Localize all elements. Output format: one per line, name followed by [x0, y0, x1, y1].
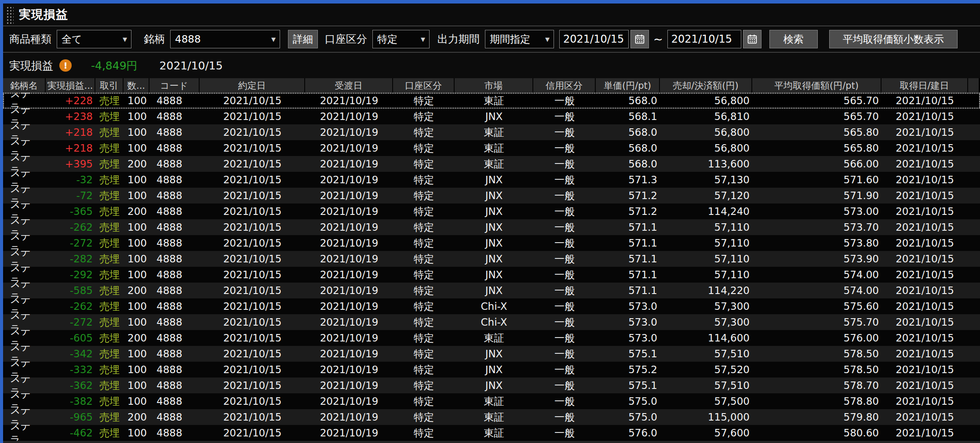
- calendar-icon: [747, 34, 758, 44]
- output-period-select[interactable]: 期間指定 ▼: [485, 30, 554, 48]
- table-row[interactable]: ステラ...-382売埋10048882021/10/152021/10/19特…: [3, 393, 980, 409]
- cell-trade: 売埋: [95, 251, 124, 267]
- date-from-input[interactable]: [559, 30, 629, 48]
- cell-extra: [968, 93, 980, 109]
- cell-amount: 57,110: [660, 235, 752, 251]
- column-header-pl[interactable]: 実現損益...: [46, 78, 95, 93]
- column-header-extra[interactable]: [968, 78, 980, 93]
- cell-amount: 115,000: [660, 409, 752, 425]
- cell-settle_date: 2021/10/19: [305, 93, 393, 109]
- cell-trade: 売埋: [95, 219, 124, 235]
- cell-pl: -362: [46, 378, 95, 393]
- column-header-settle_date[interactable]: 受渡日: [305, 78, 393, 93]
- column-header-market[interactable]: 市場: [455, 78, 533, 93]
- cell-qty: 200: [124, 156, 149, 172]
- cell-price: 571.2: [596, 188, 660, 203]
- cell-qty: 100: [124, 219, 149, 235]
- cell-market: JNX: [455, 251, 533, 267]
- date-from-calendar-button[interactable]: [630, 30, 649, 48]
- cell-code: 4888: [149, 235, 200, 251]
- table-row[interactable]: ステラ...-292売埋10048882021/10/152021/10/19特…: [3, 267, 980, 283]
- table-row[interactable]: ステラ...-605売埋20048882021/10/152021/10/19特…: [3, 330, 980, 346]
- table-row[interactable]: ステラ...-342売埋10048882021/10/152021/10/19特…: [3, 346, 980, 362]
- chevron-down-icon: ▼: [545, 36, 550, 43]
- table-row[interactable]: ステラ...-365売埋20048882021/10/152021/10/19特…: [3, 203, 980, 219]
- cell-account: 特定: [393, 362, 455, 378]
- cell-code: 4888: [149, 109, 200, 124]
- cell-account: 特定: [393, 124, 455, 140]
- cell-qty: 100: [124, 298, 149, 314]
- table-row[interactable]: ステラ...-272売埋10048882021/10/152021/10/19特…: [3, 314, 980, 330]
- cell-amount: 57,510: [660, 346, 752, 362]
- table-row[interactable]: ステラ...+238売埋10048882021/10/152021/10/19特…: [3, 109, 980, 124]
- symbol-value: 4888: [175, 33, 201, 45]
- account-type-select[interactable]: 特定 ▼: [372, 30, 430, 48]
- product-type-label: 商品種類: [9, 32, 51, 46]
- column-header-qty[interactable]: 数...: [124, 78, 149, 93]
- column-header-acq_date[interactable]: 取得日/建日: [882, 78, 968, 93]
- cell-margin: 一般: [533, 393, 596, 409]
- chevron-down-icon: ▼: [271, 36, 276, 43]
- table-row[interactable]: ステラ...-362売埋10048882021/10/152021/10/19特…: [3, 378, 980, 393]
- cell-trade: 売埋: [95, 109, 124, 124]
- cell-market: 東証: [455, 124, 533, 140]
- column-header-trade_date[interactable]: 約定日: [200, 78, 305, 93]
- cell-trade_date: 2021/10/15: [200, 409, 305, 425]
- cell-price: 571.1: [596, 267, 660, 283]
- cell-code: 4888: [149, 156, 200, 172]
- column-header-amount[interactable]: 売却/決済額(円): [660, 78, 752, 93]
- date-to-input[interactable]: [667, 30, 741, 48]
- cell-extra: [968, 251, 980, 267]
- table-row[interactable]: ステラ...-332売埋10048882021/10/152021/10/19特…: [3, 362, 980, 378]
- avg-price-decimal-button[interactable]: 平均取得価額小数表示: [829, 30, 958, 48]
- cell-acq_date: 2021/10/15: [882, 409, 968, 425]
- table-row[interactable]: ステラ...-72売埋10048882021/10/152021/10/19特定…: [3, 188, 980, 203]
- table-row[interactable]: ステラ...-462売埋10048882021/10/152021/10/19特…: [3, 425, 980, 441]
- realized-pl-window: 実現損益 商品種類 全て ▼ 銘柄 4888 ▼ 詳細 口座区分 特定 ▼ 出力…: [0, 0, 980, 443]
- table-row[interactable]: ステラ...+228売埋10048882021/10/152021/10/19特…: [3, 93, 980, 109]
- column-header-name[interactable]: 銘柄名: [3, 78, 46, 93]
- drag-handle-icon[interactable]: [6, 5, 14, 25]
- cell-account: 特定: [393, 314, 455, 330]
- cell-code: 4888: [149, 203, 200, 219]
- search-button[interactable]: 検索: [769, 30, 818, 48]
- table-row[interactable]: ステラ...+218売埋10048882021/10/152021/10/19特…: [3, 124, 980, 140]
- cell-pl: -72: [46, 188, 95, 203]
- date-to-calendar-button[interactable]: [743, 30, 761, 48]
- detail-button[interactable]: 詳細: [288, 30, 318, 48]
- cell-pl: -462: [46, 425, 95, 441]
- cell-trade: 売埋: [95, 188, 124, 203]
- cell-code: 4888: [149, 362, 200, 378]
- column-header-avg_price[interactable]: 平均取得価額(円/pt): [752, 78, 882, 93]
- cell-margin: 一般: [533, 235, 596, 251]
- table-row[interactable]: ステラ...-282売埋10048882021/10/152021/10/19特…: [3, 251, 980, 267]
- column-header-price[interactable]: 単価(円/pt): [596, 78, 660, 93]
- column-header-margin[interactable]: 信用区分: [533, 78, 596, 93]
- table-row[interactable]: ステラ...-965売埋20048882021/10/152021/10/19特…: [3, 409, 980, 425]
- warning-icon[interactable]: !: [59, 59, 72, 72]
- table-body: ステラ...+228売埋10048882021/10/152021/10/19特…: [3, 93, 980, 441]
- cell-settle_date: 2021/10/19: [305, 314, 393, 330]
- product-type-select[interactable]: 全て ▼: [57, 30, 131, 48]
- table-row[interactable]: ステラ...-272売埋10048882021/10/152021/10/19特…: [3, 235, 980, 251]
- table-row[interactable]: ステラ...-32売埋10048882021/10/152021/10/19特定…: [3, 172, 980, 188]
- cell-market: JNX: [455, 188, 533, 203]
- window-accent-left-bar: [0, 4, 3, 443]
- table-row[interactable]: ステラ...-262売埋10048882021/10/152021/10/19特…: [3, 298, 980, 314]
- cell-settle_date: 2021/10/19: [305, 172, 393, 188]
- cell-pl: +238: [46, 109, 95, 124]
- cell-avg_price: 573.90: [752, 251, 882, 267]
- column-header-code[interactable]: コード: [149, 78, 200, 93]
- table-row[interactable]: ステラ...+395売埋20048882021/10/152021/10/19特…: [3, 156, 980, 172]
- table-row[interactable]: ステラ...-262売埋10048882021/10/152021/10/19特…: [3, 219, 980, 235]
- column-header-trade[interactable]: 取引: [95, 78, 124, 93]
- symbol-select[interactable]: 4888 ▼: [170, 30, 280, 48]
- table-row[interactable]: ステラ...-585売埋20048882021/10/152021/10/19特…: [3, 283, 980, 298]
- cell-acq_date: 2021/10/15: [882, 298, 968, 314]
- cell-amount: 113,600: [660, 156, 752, 172]
- cell-price: 568.0: [596, 140, 660, 156]
- table-row[interactable]: ステラ...+218売埋10048882021/10/152021/10/19特…: [3, 140, 980, 156]
- column-header-account[interactable]: 口座区分: [393, 78, 455, 93]
- cell-trade: 売埋: [95, 93, 124, 109]
- cell-trade_date: 2021/10/15: [200, 362, 305, 378]
